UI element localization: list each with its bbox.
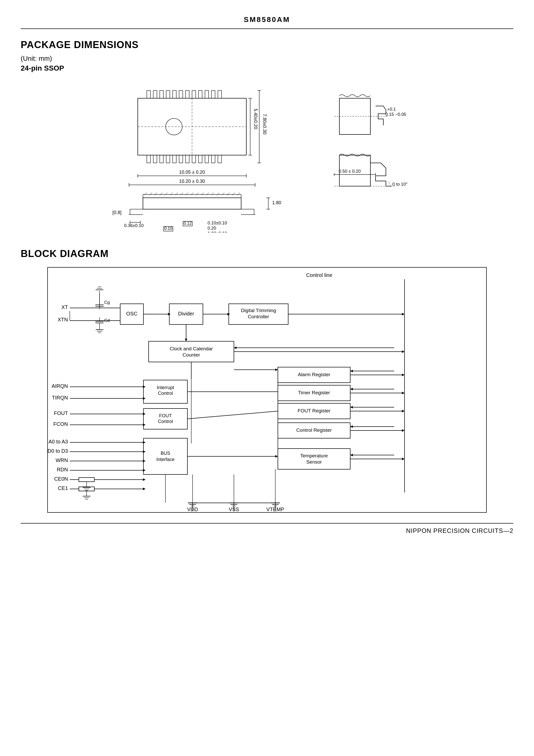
- svg-marker-225: [143, 488, 146, 490]
- svg-line-55: [180, 193, 183, 195]
- svg-marker-216: [143, 478, 146, 481]
- svg-rect-22: [199, 155, 202, 163]
- side-view-right-pins: [241, 209, 255, 215]
- svg-text:XT: XT: [61, 304, 68, 310]
- svg-marker-157: [350, 370, 353, 372]
- svg-marker-237: [402, 458, 405, 460]
- svg-text:Control: Control: [158, 391, 173, 396]
- package-dimensions-section: PACKAGE DIMENSIONS (Unit: mm) 24-pin SSO…: [21, 39, 513, 233]
- svg-text:XTN: XTN: [58, 317, 68, 322]
- svg-line-49: [149, 193, 152, 195]
- svg-line-54: [175, 193, 178, 195]
- svg-text:Control Register: Control Register: [296, 427, 332, 433]
- svg-rect-9: [192, 91, 196, 98]
- package-dimensions-title: PACKAGE DIMENSIONS: [21, 39, 513, 50]
- svg-marker-155: [402, 374, 405, 376]
- footer-text: NIPPON PRECISION CIRCUITS—2: [406, 527, 513, 534]
- page: SM8580AM PACKAGE DIMENSIONS (Unit: mm) 2…: [0, 0, 534, 756]
- svg-text:Control: Control: [158, 419, 173, 424]
- svg-rect-142: [148, 341, 234, 362]
- svg-marker-239: [350, 454, 353, 456]
- svg-rect-19: [179, 155, 183, 163]
- svg-text:1.80: 1.80: [272, 200, 281, 205]
- svg-text:Alarm Register: Alarm Register: [298, 372, 330, 377]
- svg-text:0.36±0.10: 0.36±0.10: [124, 223, 144, 228]
- svg-text:TIRQN: TIRQN: [52, 395, 68, 400]
- svg-marker-171: [402, 392, 405, 394]
- svg-text:Timer Register: Timer Register: [298, 390, 330, 395]
- svg-rect-21: [192, 155, 196, 163]
- svg-text:Interface: Interface: [156, 457, 174, 462]
- svg-line-59: [201, 193, 204, 195]
- svg-rect-16: [160, 155, 163, 163]
- top-pins: [147, 91, 222, 98]
- svg-line-100: [388, 181, 391, 186]
- svg-line-66: [237, 193, 240, 195]
- svg-text:0 to 10°: 0 to 10°: [392, 182, 408, 187]
- svg-line-64: [227, 193, 229, 195]
- svg-text:AIRQN: AIRQN: [52, 383, 68, 389]
- svg-text:FOUT: FOUT: [159, 413, 172, 418]
- page-footer: NIPPON PRECISION CIRCUITS—2: [21, 523, 513, 534]
- svg-text:A0 to A3: A0 to A3: [48, 439, 68, 445]
- svg-text:+0.1: +0.1: [387, 107, 396, 112]
- svg-text:Sensor: Sensor: [306, 459, 322, 465]
- svg-rect-11: [205, 91, 209, 98]
- svg-text:FOUT Register: FOUT Register: [298, 408, 331, 414]
- svg-rect-20: [186, 155, 189, 163]
- side-view-left-pins: [129, 209, 143, 215]
- svg-rect-24: [211, 155, 215, 163]
- header-title: SM8580AM: [244, 15, 290, 23]
- svg-text:WRN: WRN: [56, 457, 68, 463]
- svg-text:Interrupt: Interrupt: [157, 385, 174, 390]
- svg-line-53: [170, 193, 173, 195]
- svg-marker-187: [402, 410, 405, 412]
- svg-line-51: [160, 193, 162, 195]
- svg-marker-193: [402, 429, 405, 432]
- block-diagram-title: BLOCK DIAGRAM: [21, 248, 513, 259]
- svg-text:0.10: 0.10: [164, 226, 172, 230]
- svg-text:10.05 ± 0.20: 10.05 ± 0.20: [179, 170, 205, 175]
- svg-marker-141: [185, 339, 187, 341]
- svg-text:Cg: Cg: [104, 300, 110, 305]
- svg-line-62: [217, 193, 219, 195]
- svg-marker-231: [275, 455, 278, 458]
- package-drawing-area: 5.40±0.20 7.80±0.30 10.05 ± 0.20 10.20 ±…: [21, 83, 513, 233]
- svg-text:10.20 ± 0.30: 10.20 ± 0.30: [179, 179, 205, 184]
- svg-line-61: [211, 193, 214, 195]
- svg-text:FOUT: FOUT: [54, 410, 68, 416]
- svg-marker-173: [350, 388, 353, 391]
- svg-text:VSS: VSS: [229, 506, 239, 512]
- svg-text:Digital Trimming: Digital Trimming: [241, 308, 276, 313]
- svg-marker-139: [402, 313, 405, 315]
- svg-text:0.10±0.10: 0.10±0.10: [207, 221, 227, 226]
- svg-text:Control line: Control line: [306, 272, 332, 278]
- svg-text:5.40±0.20: 5.40±0.20: [253, 109, 258, 129]
- svg-rect-23: [205, 155, 209, 163]
- svg-text:0.15 −0.05: 0.15 −0.05: [386, 112, 406, 117]
- svg-rect-233: [278, 448, 350, 469]
- svg-text:OSC: OSC: [126, 311, 137, 316]
- svg-text:Counter: Counter: [182, 352, 200, 358]
- svg-rect-10: [199, 91, 202, 98]
- svg-text:BUS: BUS: [161, 451, 170, 456]
- block-diagram-section: BLOCK DIAGRAM Control line XT XTN: [21, 248, 513, 513]
- svg-text:D0 to D3: D0 to D3: [48, 448, 68, 454]
- svg-line-63: [222, 193, 224, 195]
- package-side-view: +0.1 0.15 −0.05 0.50 ± 0.20 0 to 10°: [324, 83, 427, 233]
- svg-rect-15: [153, 155, 157, 163]
- svg-marker-195: [350, 425, 353, 428]
- block-diagram-area: Control line XT XTN Cg: [47, 267, 487, 513]
- svg-rect-4: [160, 91, 163, 98]
- svg-rect-8: [186, 91, 189, 98]
- svg-rect-12: [211, 91, 215, 98]
- svg-line-58: [196, 193, 199, 195]
- page-header: SM8580AM: [21, 15, 513, 29]
- svg-text:[0.8]: [0.8]: [113, 210, 121, 215]
- pin-label: 24-pin SSOP: [21, 64, 513, 72]
- svg-text:VDD: VDD: [187, 506, 198, 512]
- svg-rect-2: [147, 91, 150, 98]
- svg-rect-209: [144, 438, 187, 474]
- svg-text:VTEMP: VTEMP: [266, 506, 284, 512]
- block-diagram-svg: Control line XT XTN Cg: [48, 268, 487, 513]
